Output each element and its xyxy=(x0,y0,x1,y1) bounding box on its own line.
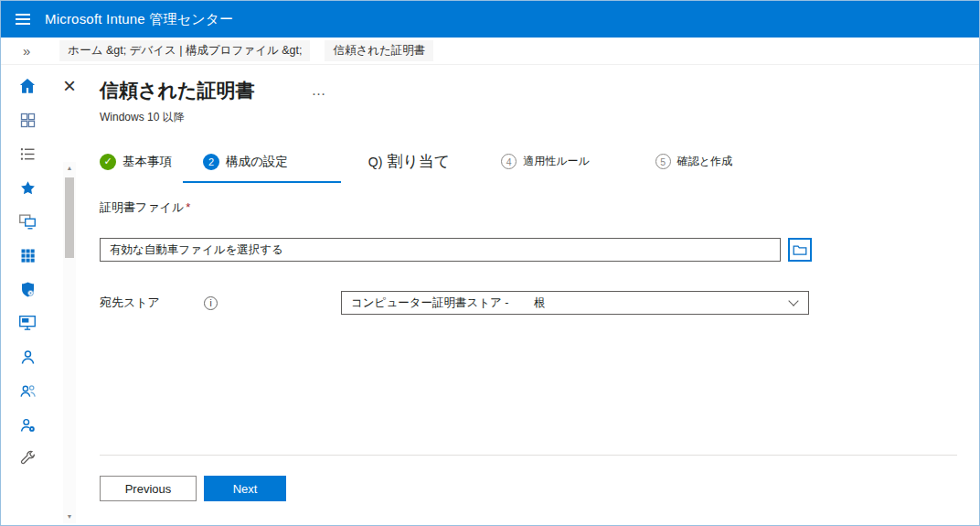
sidebar-item-reports[interactable] xyxy=(16,313,38,333)
page-title: 信頼された証明書 xyxy=(100,78,254,103)
step-review-label: 確認と作成 xyxy=(677,154,732,169)
sidebar-item-groups[interactable] xyxy=(16,381,38,401)
step-review-number: 5 xyxy=(655,154,671,169)
sidebar-item-endpoint-security[interactable] xyxy=(16,279,38,299)
step-applicability-rules[interactable]: 4 適用性ルール xyxy=(501,154,601,182)
step-configuration-label: 構成の設定 xyxy=(226,154,288,170)
browse-file-button[interactable] xyxy=(788,238,812,262)
previous-button[interactable]: Previous xyxy=(100,476,197,501)
step-assignments-label: 割り当て xyxy=(387,151,450,172)
step-assignments[interactable]: Q) 割り当て xyxy=(368,151,461,185)
app-title[interactable]: Microsoft Intune 管理センター xyxy=(45,11,234,28)
step-basics-check-icon: ✓ xyxy=(100,154,116,170)
tenant-admin-icon xyxy=(18,415,37,435)
intune-admin-window: Microsoft Intune 管理センター » ホーム &gt; デバイス … xyxy=(0,0,980,526)
step-review-create[interactable]: 5 確認と作成 xyxy=(655,154,743,182)
step-applicability-label: 適用性ルール xyxy=(523,154,590,169)
step-configuration-number: 2 xyxy=(203,154,219,170)
troubleshooting-wrench-icon xyxy=(18,449,37,468)
close-icon[interactable]: × xyxy=(59,76,80,98)
body-region: × ▲ ▼ 信頼された証明書 … Windows 10 以降 ✓ 基本事項 2 xyxy=(1,65,979,525)
breadcrumb-current: 信頼された証明書 xyxy=(325,40,433,61)
breadcrumb-bar: » ホーム &gt; デバイス | 構成プロファイル &gt; 信頼された証明書 xyxy=(1,38,979,65)
step-applicability-number: 4 xyxy=(501,154,517,169)
sidebar-item-favorites[interactable] xyxy=(16,177,38,198)
blade-gutter: × ▲ ▼ xyxy=(54,65,85,525)
collapse-chevrons-icon[interactable]: » xyxy=(23,44,30,58)
sidebar-item-users[interactable] xyxy=(16,347,38,367)
breadcrumb-path[interactable]: ホーム &gt; デバイス | 構成プロファイル &gt; xyxy=(59,40,310,61)
destination-store-value: コンピューター証明書ストア - 根 xyxy=(351,295,546,311)
dashboard-icon xyxy=(18,111,37,130)
devices-icon xyxy=(17,211,37,231)
sidebar-item-devices[interactable] xyxy=(16,211,38,231)
favorites-star-icon xyxy=(18,178,37,198)
step-configuration-settings[interactable]: 2 構成の設定 xyxy=(183,154,341,183)
users-icon xyxy=(18,348,37,367)
scrollbar-thumb[interactable] xyxy=(65,177,74,258)
groups-icon xyxy=(18,381,37,401)
destination-store-row: 宛先ストア i コンピューター証明書ストア - 根 xyxy=(100,291,957,315)
required-marker: * xyxy=(186,200,190,214)
sidebar-item-all-services[interactable] xyxy=(16,144,38,164)
certificate-file-label: 証明書ファイル* xyxy=(100,199,957,216)
wizard-steps: ✓ 基本事項 2 構成の設定 Q) 割り当て 4 適用性ルール 5 確認と作 xyxy=(100,151,957,185)
destination-store-label: 宛先ストア xyxy=(100,295,184,311)
chevron-down-icon xyxy=(788,295,798,306)
certificate-file-label-text: 証明書ファイル xyxy=(100,200,184,214)
folder-icon xyxy=(793,244,807,256)
hamburger-menu-icon[interactable] xyxy=(14,10,32,28)
next-button[interactable]: Next xyxy=(204,476,286,501)
wizard-footer: Previous Next xyxy=(100,456,957,525)
scroll-down-icon[interactable]: ▼ xyxy=(63,510,76,523)
sidebar-item-troubleshooting[interactable] xyxy=(16,448,38,468)
sidebar-item-apps[interactable] xyxy=(16,245,38,265)
all-services-icon xyxy=(18,145,37,164)
step-basics-label: 基本事項 xyxy=(122,154,172,170)
step-assignments-marker: Q) xyxy=(368,155,383,169)
step-basics[interactable]: ✓ 基本事項 xyxy=(100,154,183,183)
destination-store-dropdown[interactable]: コンピューター証明書ストア - 根 xyxy=(341,291,809,315)
page-subtitle: Windows 10 以降 xyxy=(100,110,957,125)
top-bar: Microsoft Intune 管理センター xyxy=(1,1,979,38)
sidebar-item-dashboard[interactable] xyxy=(16,110,38,130)
sidebar xyxy=(1,65,54,525)
info-icon[interactable]: i xyxy=(204,296,218,310)
sidebar-item-home[interactable] xyxy=(16,76,38,96)
more-options-icon[interactable]: … xyxy=(311,82,326,99)
endpoint-security-shield-icon xyxy=(18,280,37,299)
blade-content: 信頼された証明書 … Windows 10 以降 ✓ 基本事項 2 構成の設定 … xyxy=(85,65,979,525)
scrollbar[interactable]: ▲ ▼ xyxy=(63,162,76,523)
sidebar-item-tenant-administration[interactable] xyxy=(16,414,38,435)
reports-monitor-icon xyxy=(17,313,37,333)
apps-icon xyxy=(18,246,37,265)
certificate-file-row xyxy=(100,238,957,262)
home-icon xyxy=(17,76,37,96)
scroll-up-icon[interactable]: ▲ xyxy=(63,162,76,175)
certificate-file-input[interactable] xyxy=(100,238,781,262)
